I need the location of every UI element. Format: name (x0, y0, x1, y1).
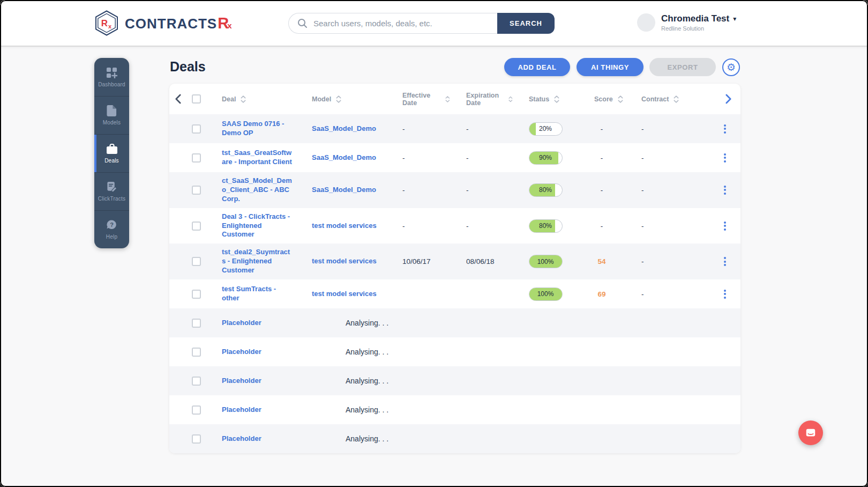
status-label: 100% (537, 290, 554, 298)
status-label: 90% (539, 154, 552, 161)
column-header[interactable]: Model (296, 84, 386, 114)
chevron-down-icon: ▾ (733, 15, 736, 23)
sidebar: Dashboard Models Deals ClickTracts (94, 58, 129, 248)
row-menu-kebab-icon[interactable] (722, 288, 728, 300)
model-link[interactable]: SaaS_Model_Demo (312, 186, 376, 195)
global-search: SEARCH (288, 13, 555, 34)
column-label: Contract (641, 95, 669, 103)
sidebar-item-models[interactable]: Models (94, 96, 129, 134)
row-menu-kebab-icon[interactable] (722, 123, 728, 135)
model-link[interactable]: SaaS_Model_Demo (312, 124, 376, 134)
effective-date: 10/06/17 (402, 257, 431, 265)
row-menu-kebab-icon[interactable] (722, 184, 728, 196)
sidebar-item-help[interactable]: ? Help (94, 210, 129, 248)
row-menu-kebab-icon[interactable] (722, 152, 728, 164)
row-checkbox[interactable] (192, 124, 201, 134)
sort-icon (618, 95, 623, 104)
header-nav-right-cell (690, 84, 740, 114)
model-link[interactable]: test model services (312, 257, 377, 266)
column-header[interactable]: Effective Date (386, 84, 450, 114)
chat-launcher-button[interactable] (798, 420, 823, 445)
row-checkbox[interactable] (192, 153, 201, 163)
search-input[interactable] (288, 13, 497, 34)
table-row: test SumTracts - other test model servic… (169, 279, 740, 308)
score-value: 54 (597, 257, 605, 265)
row-checkbox[interactable] (192, 405, 201, 415)
sidebar-item-label: Dashboard (98, 82, 125, 87)
row-checkbox[interactable] (192, 377, 201, 386)
model-link[interactable]: test model services (312, 290, 377, 299)
select-all-checkbox[interactable] (192, 94, 201, 104)
column-label: Expiration Date (466, 92, 504, 107)
column-label: Score (594, 95, 613, 103)
column-header[interactable]: Score (578, 84, 625, 114)
sidebar-item-dashboard[interactable]: Dashboard (94, 58, 129, 96)
search-button[interactable]: SEARCH (497, 13, 555, 34)
table-scroll-left[interactable] (169, 84, 186, 114)
deal-link[interactable]: test SumTracts - other (222, 285, 293, 303)
row-menu-kebab-icon[interactable] (722, 220, 728, 232)
sidebar-item-clicktracts[interactable]: ClickTracts (94, 172, 129, 210)
column-header[interactable]: Status (513, 84, 578, 114)
row-checkbox[interactable] (192, 348, 201, 357)
table-scroll-right[interactable] (725, 94, 732, 104)
column-header[interactable]: Contract (625, 84, 690, 114)
deal-link[interactable]: SAAS Demo 0716 - Demo OP (222, 120, 293, 138)
column-header[interactable]: Expiration Date (450, 84, 513, 114)
deal-link[interactable]: Placeholder (222, 348, 261, 357)
row-checkbox[interactable] (192, 186, 201, 195)
avatar (637, 13, 655, 32)
effective-date: - (402, 222, 405, 230)
user-menu[interactable]: Chromedia Test ▾ Redline Solution (637, 13, 736, 32)
analysing-text: Analysing. . . (346, 319, 388, 327)
column-label: Deal (222, 95, 236, 103)
row-menu-kebab-icon[interactable] (722, 255, 728, 268)
deal-link[interactable]: Placeholder (222, 405, 261, 415)
status-fill (529, 123, 536, 135)
expiration-date: - (466, 222, 469, 230)
contract-value: - (641, 222, 644, 230)
export-button[interactable]: EXPORT (649, 58, 716, 76)
table-row: SAAS Demo 0716 - Demo OP SaaS_Model_Demo… (169, 114, 740, 143)
status-badge: 20% (529, 122, 563, 136)
deal-link[interactable]: Placeholder (222, 319, 261, 328)
clicktracts-icon (106, 181, 117, 193)
deal-link[interactable]: tst_deal2_Suymtracts - Enlightened Custo… (222, 248, 293, 275)
contract-value: - (641, 257, 644, 265)
chat-bubble-icon (805, 427, 817, 439)
deal-link[interactable]: tst_Saas_GreatSoftware - Important Clien… (222, 149, 293, 167)
analysing-text: Analysing. . . (346, 348, 388, 356)
user-name: Chromedia Test (661, 13, 729, 24)
row-checkbox[interactable] (192, 222, 201, 231)
row-checkbox[interactable] (192, 257, 201, 266)
model-link[interactable]: SaaS_Model_Demo (312, 153, 376, 163)
deal-link[interactable]: ct_SaaS_Model_Demo_Client_ABC - ABC Corp… (222, 176, 293, 204)
deal-link[interactable]: Deal 3 - ClickTracts - Enlightened Custo… (222, 212, 293, 240)
column-label: Model (312, 95, 331, 103)
deal-link[interactable]: Placeholder (222, 434, 261, 444)
row-checkbox[interactable] (192, 290, 201, 299)
table-row: ct_SaaS_Model_Demo_Client_ABC - ABC Corp… (169, 172, 740, 208)
model-link[interactable]: test model services (312, 222, 377, 231)
effective-date: - (402, 186, 405, 194)
settings-button[interactable]: ⚙ (722, 58, 740, 76)
column-header[interactable]: Deal (206, 84, 296, 114)
status-badge: 100% (529, 255, 563, 268)
sort-icon (508, 95, 513, 104)
contract-value: - (641, 290, 644, 298)
sidebar-item-deals[interactable]: Deals (94, 134, 129, 172)
effective-date: - (402, 154, 405, 162)
wordmark-main: CONTRACTS (125, 16, 217, 32)
ai-thingy-button[interactable]: AI THINGY (577, 58, 643, 76)
analysing-text: Analysing. . . (346, 434, 388, 443)
row-checkbox[interactable] (192, 434, 201, 444)
brand-wordmark: CONTRACTS R x (125, 14, 232, 32)
status-badge: 100% (529, 287, 563, 301)
row-checkbox[interactable] (192, 319, 201, 328)
add-deal-button[interactable]: ADD DEAL (504, 58, 570, 76)
expiration-date: 08/06/18 (466, 257, 495, 265)
deal-link[interactable]: Placeholder (222, 377, 261, 386)
status-badge: 90% (529, 151, 563, 165)
table-row-placeholder: Placeholder Analysing. . . (169, 337, 740, 366)
sidebar-item-label: Help (106, 234, 117, 240)
